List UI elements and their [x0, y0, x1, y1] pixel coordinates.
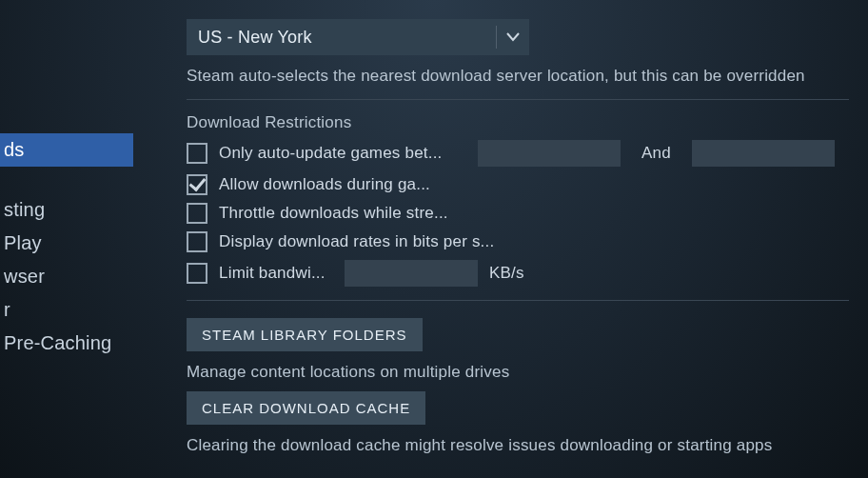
settings-sidebar: ds sting Play wser r Pre-Caching [0, 0, 133, 478]
sidebar-item-web-browser[interactable]: wser [0, 260, 133, 293]
sidebar-item-downloads[interactable]: ds [0, 133, 133, 167]
divider [187, 300, 849, 301]
throttle-while-streaming-label: Throttle downloads while stre... [219, 204, 448, 223]
library-folders-desc: Manage content locations on multiple dri… [187, 363, 849, 382]
clear-download-cache-button[interactable]: CLEAR DOWNLOAD CACHE [187, 391, 425, 425]
limit-bandwidth-label: Limit bandwi... [219, 264, 333, 283]
allow-downloads-during-gameplay-label: Allow downloads during ga... [219, 175, 430, 194]
sidebar-item-shader-precaching[interactable]: Pre-Caching [0, 327, 133, 360]
download-region-dropdown[interactable]: US - New York [187, 19, 529, 55]
download-region-desc: Steam auto-selects the nearest download … [187, 67, 849, 86]
sidebar-item-broadcasting[interactable]: sting [0, 193, 133, 227]
dropdown-arrow-icon [496, 26, 520, 49]
clear-cache-desc: Clearing the download cache might resolv… [187, 436, 849, 455]
settings-panel: Download Region US - New York Steam auto… [133, 0, 868, 478]
divider [187, 99, 849, 100]
sidebar-item-remote-play[interactable]: Play [0, 227, 133, 260]
allow-downloads-during-gameplay-checkbox[interactable] [187, 174, 207, 195]
time-from-field[interactable] [478, 140, 621, 167]
throttle-while-streaming-checkbox[interactable] [187, 203, 207, 224]
and-label: And [632, 144, 681, 163]
bandwidth-limit-field[interactable] [345, 260, 478, 287]
sidebar-item-other[interactable]: r [0, 293, 133, 327]
bandwidth-unit: KB/s [489, 264, 524, 283]
download-region-value: US - New York [198, 28, 312, 48]
steam-library-folders-button[interactable]: STEAM LIBRARY FOLDERS [187, 318, 423, 351]
only-auto-update-label: Only auto-update games bet... [219, 144, 466, 163]
download-restrictions-title: Download Restrictions [187, 113, 849, 132]
time-to-field[interactable] [692, 140, 835, 167]
display-rates-bits-label: Display download rates in bits per s... [219, 232, 494, 251]
limit-bandwidth-checkbox[interactable] [187, 263, 207, 284]
only-auto-update-checkbox[interactable] [187, 143, 207, 164]
display-rates-bits-checkbox[interactable] [187, 231, 207, 252]
